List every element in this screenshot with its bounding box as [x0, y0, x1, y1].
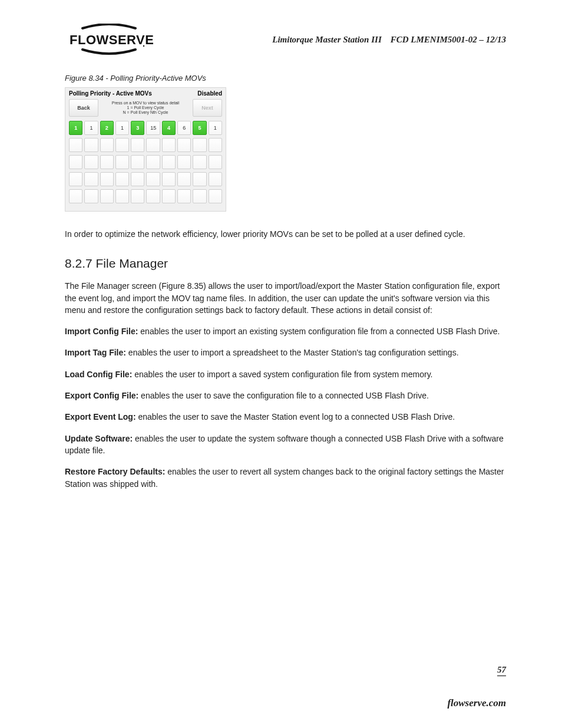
- feature-item: Import Tag File: enables the user to imp…: [65, 347, 506, 358]
- section-heading: 8.2.7 File Manager: [65, 256, 506, 271]
- empty-cell[interactable]: [131, 155, 144, 169]
- mov-cell[interactable]: 2: [100, 121, 114, 135]
- mov-value-cell[interactable]: 1: [115, 121, 129, 135]
- empty-cell[interactable]: [193, 155, 206, 169]
- empty-cell[interactable]: [131, 138, 144, 152]
- figure-caption: Figure 8.34 - Polling Priority-Active MO…: [65, 74, 506, 83]
- feature-item: Export Event Log: enables the user to sa…: [65, 411, 506, 423]
- feature-item: Import Config File: enables the user to …: [65, 325, 506, 337]
- empty-cell[interactable]: [209, 155, 222, 169]
- next-button[interactable]: Next: [193, 99, 222, 117]
- empty-cell[interactable]: [162, 189, 176, 203]
- feature-item: Restore Factory Defaults: enables the us…: [65, 466, 506, 490]
- empty-cell[interactable]: [209, 138, 222, 152]
- empty-cell[interactable]: [100, 155, 114, 169]
- empty-cell[interactable]: [115, 189, 129, 203]
- mov-cell[interactable]: 3: [131, 121, 144, 135]
- feature-item: Update Software: enables the user to upd…: [65, 433, 506, 457]
- empty-cell[interactable]: [84, 138, 98, 152]
- empty-cell[interactable]: [146, 172, 160, 186]
- empty-cell[interactable]: [146, 189, 160, 203]
- intro-paragraph: In order to optimize the network efficie…: [65, 228, 506, 240]
- empty-cell[interactable]: [193, 172, 206, 186]
- empty-cell[interactable]: [100, 189, 114, 203]
- mov-cell[interactable]: 5: [193, 121, 206, 135]
- empty-cell[interactable]: [146, 138, 160, 152]
- empty-cell[interactable]: [131, 189, 144, 203]
- empty-cell[interactable]: [84, 172, 98, 186]
- panel-instructions: Press on a MOV to view status detail 1 =…: [101, 99, 190, 117]
- empty-cell[interactable]: [69, 155, 82, 169]
- feature-item: Load Config File: enables the user to im…: [65, 368, 506, 380]
- mov-value-cell[interactable]: 1: [209, 121, 222, 135]
- mov-value-cell[interactable]: 1: [84, 121, 98, 135]
- page-header: FLOWSERVE Limitorque Master Station III …: [65, 24, 506, 56]
- empty-cell[interactable]: [100, 172, 114, 186]
- empty-cell[interactable]: [177, 189, 191, 203]
- mov-grid: 11213154651: [65, 119, 226, 211]
- empty-cell[interactable]: [146, 155, 160, 169]
- empty-cell[interactable]: [209, 189, 222, 203]
- empty-cell[interactable]: [162, 172, 176, 186]
- empty-cell[interactable]: [162, 155, 176, 169]
- empty-cell[interactable]: [69, 172, 82, 186]
- empty-cell[interactable]: [69, 138, 82, 152]
- section-intro: The File Manager screen (Figure 8.35) al…: [65, 280, 506, 316]
- footer-url: flowserve.com: [447, 697, 506, 709]
- empty-cell[interactable]: [84, 189, 98, 203]
- mov-value-cell[interactable]: 15: [146, 121, 160, 135]
- empty-cell[interactable]: [115, 138, 129, 152]
- empty-cell[interactable]: [177, 172, 191, 186]
- logo-text: FLOWSERVE: [70, 32, 153, 47]
- panel-title: Polling Priority - Active MOVs: [69, 90, 152, 97]
- empty-cell[interactable]: [115, 155, 129, 169]
- mov-cell[interactable]: 4: [162, 121, 176, 135]
- empty-cell[interactable]: [177, 138, 191, 152]
- empty-cell[interactable]: [84, 155, 98, 169]
- feature-item: Export Config File: enables the user to …: [65, 390, 506, 401]
- empty-cell[interactable]: [69, 189, 82, 203]
- mov-value-cell[interactable]: 6: [177, 121, 191, 135]
- back-button[interactable]: Back: [69, 99, 98, 117]
- empty-cell[interactable]: [100, 138, 114, 152]
- empty-cell[interactable]: [177, 155, 191, 169]
- mov-cell[interactable]: 1: [69, 121, 82, 135]
- page-number: 57: [497, 665, 506, 676]
- empty-cell[interactable]: [131, 172, 144, 186]
- empty-cell[interactable]: [193, 138, 206, 152]
- polling-priority-panel: Polling Priority - Active MOVs Disabled …: [65, 87, 226, 212]
- empty-cell[interactable]: [115, 172, 129, 186]
- svg-point-0: [143, 45, 144, 47]
- document-id: Limitorque Master Station III FCD LMENIM…: [272, 35, 506, 45]
- empty-cell[interactable]: [209, 172, 222, 186]
- flowserve-logo: FLOWSERVE: [65, 24, 153, 56]
- empty-cell[interactable]: [193, 189, 206, 203]
- panel-status: Disabled: [197, 90, 222, 97]
- empty-cell[interactable]: [162, 138, 176, 152]
